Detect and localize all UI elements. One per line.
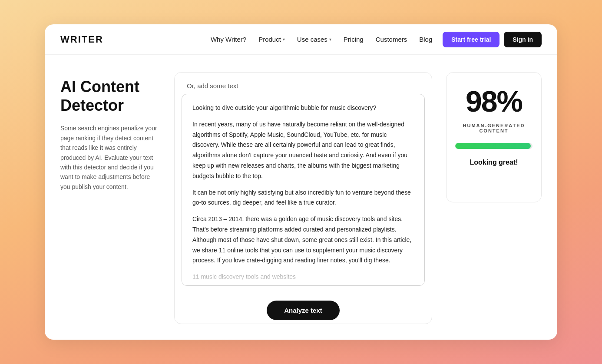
use-cases-dropdown-icon: ▾ [329,37,331,42]
text-para-1: Looking to dive outside your algorithmic… [192,103,414,113]
sign-in-button[interactable]: Sign in [504,32,542,47]
text-para-3: It can be not only highly satisfying but… [192,188,414,208]
center-header: Or, add some text [175,73,432,94]
score-label: HUMAN-GENERATEDCONTENT [463,123,525,133]
text-para-5: 11 music discovery tools and websites [192,272,414,282]
text-content[interactable]: Looking to dive outside your algorithmic… [182,94,424,285]
product-dropdown-icon: ▾ [283,37,285,42]
right-panel: 98% HUMAN-GENERATEDCONTENT Looking great… [446,72,542,202]
center-panel: Or, add some text Looking to dive outsid… [174,72,432,324]
progress-bar-wrap [455,143,533,149]
nav-buttons: Start free trial Sign in [443,32,542,47]
main-card: WRITER Why Writer? Product ▾ Use cases ▾… [45,24,557,340]
left-panel: AI Content Detector Some search engines … [60,72,160,192]
text-para-4: Circa 2013 – 2014, there was a golden ag… [192,214,414,266]
logo: WRITER [60,34,103,45]
nav-product[interactable]: Product ▾ [258,36,285,43]
nav-customers[interactable]: Customers [376,36,407,43]
score-number: 98% [466,86,522,116]
nav-links: Why Writer? Product ▾ Use cases ▾ Pricin… [211,36,432,43]
nav-use-cases[interactable]: Use cases ▾ [297,36,331,43]
nav-blog[interactable]: Blog [419,36,432,43]
page-title: AI Content Detector [60,77,160,115]
status-message: Looking great! [470,159,518,166]
analyze-text-button[interactable]: Analyze text [267,301,340,320]
start-free-trial-button[interactable]: Start free trial [443,32,499,47]
navbar: WRITER Why Writer? Product ▾ Use cases ▾… [45,24,557,55]
nav-why-writer[interactable]: Why Writer? [211,36,246,43]
text-area-wrapper: Looking to dive outside your algorithmic… [182,94,425,286]
progress-bar-fill [455,143,531,149]
main-content: AI Content Detector Some search engines … [45,55,557,340]
nav-pricing[interactable]: Pricing [344,36,364,43]
analyze-btn-wrap: Analyze text [175,293,432,324]
text-para-2: In recent years, many of us have natural… [192,119,414,182]
page-description: Some search engines penalize your page r… [60,123,160,192]
